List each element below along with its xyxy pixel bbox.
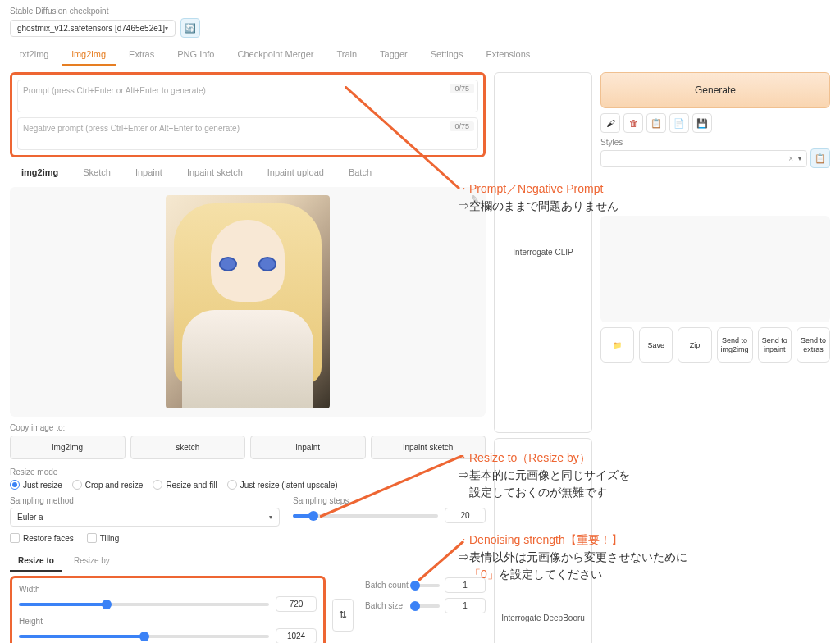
- sub-tab-img2img[interactable]: img2img: [10, 162, 70, 182]
- batch-size-value[interactable]: 1: [445, 598, 486, 613]
- annotation-prompt: ・Prompt／Negative Prompt ⇒空欄のままで問題ありません: [458, 180, 619, 215]
- checkpoint-dropdown[interactable]: ghostmix_v12.safetensors [d7465e52e1] ▾: [10, 20, 176, 37]
- sampling-steps-value[interactable]: 20: [445, 508, 486, 523]
- chevron-down-icon: ▾: [798, 155, 801, 162]
- prompt-section-highlighted: Prompt (press Ctrl+Enter or Alt+Enter to…: [10, 72, 486, 157]
- neg-token-badge: 0/75: [450, 121, 474, 131]
- copy-to-sketch-button[interactable]: sketch: [130, 436, 246, 459]
- height-slider[interactable]: [19, 635, 269, 638]
- resize-mode-label: Resize mode: [10, 467, 486, 477]
- height-label: Height: [19, 617, 317, 626]
- copy-to-inpaint-button[interactable]: inpaint: [250, 436, 366, 459]
- restore-faces-checkbox[interactable]: Restore faces: [10, 533, 74, 543]
- resize-mode-crop-and-resize[interactable]: Crop and resize: [72, 480, 144, 490]
- sub-tab-inpaint[interactable]: Inpaint: [124, 162, 174, 182]
- sub-tab-inpaint-upload[interactable]: Inpaint upload: [256, 162, 336, 182]
- apply-style-button[interactable]: 📋: [810, 148, 830, 168]
- main-tab-checkpoint-merger[interactable]: Checkpoint Merger: [227, 44, 323, 66]
- output-folder-button[interactable]: 📁: [600, 327, 634, 363]
- clear-icon[interactable]: ×: [788, 154, 793, 163]
- batch-count-slider[interactable]: [415, 584, 440, 587]
- batch-count-label: Batch count: [365, 581, 410, 590]
- main-tab-train[interactable]: Train: [326, 44, 367, 66]
- checkpoint-label: Stable Diffusion checkpoint: [10, 7, 830, 16]
- resize-tab-resize-by[interactable]: Resize by: [66, 551, 118, 572]
- resize-section-highlighted: Width 720 Height: [10, 576, 326, 643]
- doc-icon[interactable]: 📄: [669, 113, 689, 133]
- main-tab-extensions[interactable]: Extensions: [476, 44, 540, 66]
- sub-tab-sketch[interactable]: Sketch: [71, 162, 122, 182]
- main-tab-txt2img[interactable]: txt2img: [10, 44, 58, 66]
- copy-to-img2img-button[interactable]: img2img: [10, 436, 126, 459]
- resize-tab-resize-to[interactable]: Resize to: [10, 551, 62, 572]
- main-tabs: txt2imgimg2imgExtrasPNG InfoCheckpoint M…: [0, 44, 840, 66]
- styles-dropdown[interactable]: × ▾: [600, 150, 807, 167]
- clipboard-icon[interactable]: 📋: [646, 113, 666, 133]
- sub-tabs: img2imgSketchInpaintInpaint sketchInpain…: [10, 162, 486, 187]
- sampling-method-dropdown[interactable]: Euler a ▾: [10, 508, 280, 527]
- sampling-steps-slider[interactable]: [293, 514, 438, 518]
- resize-mode-just-resize-latent-upscale-[interactable]: Just resize (latent upscale): [227, 480, 338, 490]
- prompt-input[interactable]: Prompt (press Ctrl+Enter or Alt+Enter to…: [17, 80, 478, 112]
- trash-icon[interactable]: 🗑: [623, 113, 643, 133]
- prompt-placeholder: Prompt (press Ctrl+Enter or Alt+Enter to…: [23, 86, 206, 95]
- sub-tab-batch[interactable]: Batch: [337, 162, 383, 182]
- copy-image-label: Copy image to:: [10, 423, 486, 432]
- width-slider[interactable]: [19, 603, 269, 606]
- annotation-denoise: ・Denoising strength【重要！】 ⇒表情以外は元画像から変更させ…: [458, 531, 687, 583]
- main-tab-extras[interactable]: Extras: [119, 44, 164, 66]
- generate-button[interactable]: Generate: [600, 72, 830, 108]
- resize-mode-just-resize[interactable]: Just resize: [10, 480, 62, 490]
- chevron-down-icon: ▾: [269, 513, 272, 521]
- output-zip-button[interactable]: Zip: [678, 327, 711, 363]
- output-gallery: [600, 216, 830, 322]
- image-drop-area[interactable]: ✎: [10, 187, 486, 417]
- main-tab-img2img[interactable]: img2img: [62, 44, 116, 66]
- output-send-to-inpaint-button[interactable]: Send toinpaint: [758, 327, 792, 363]
- prompt-token-badge: 0/75: [450, 84, 474, 93]
- width-label: Width: [19, 585, 317, 594]
- annotation-resize: ・Resize to（Resize by） ⇒基本的に元画像と同じサイズを 設定…: [458, 449, 630, 501]
- chevron-down-icon: ▾: [165, 25, 168, 32]
- main-tab-png-info[interactable]: PNG Info: [167, 44, 224, 66]
- input-image-preview: [166, 195, 330, 408]
- batch-size-label: Batch size: [365, 601, 410, 610]
- refresh-checkpoint-button[interactable]: 🔄: [180, 18, 200, 38]
- negative-prompt-input[interactable]: Negative prompt (press Ctrl+Enter or Alt…: [17, 117, 478, 150]
- swap-dimensions-button[interactable]: ⇅: [332, 599, 354, 632]
- interrogate-clip-button[interactable]: Interrogate CLIP: [494, 72, 592, 433]
- output-save-button[interactable]: Save: [639, 327, 673, 363]
- batch-size-slider[interactable]: [415, 604, 440, 608]
- paint-icon[interactable]: 🖌: [600, 113, 620, 133]
- main-tab-tagger[interactable]: Tagger: [370, 44, 418, 66]
- output-send-to-extras-button[interactable]: Send toextras: [797, 327, 830, 363]
- sampling-method-label: Sampling method: [10, 496, 280, 505]
- checkpoint-value: ghostmix_v12.safetensors [d7465e52e1]: [17, 24, 165, 33]
- height-value[interactable]: 1024: [276, 628, 317, 643]
- main-tab-settings[interactable]: Settings: [421, 44, 473, 66]
- output-send-to-img2img-button[interactable]: Send toimg2img: [717, 327, 753, 363]
- width-value[interactable]: 720: [276, 596, 317, 612]
- save-icon[interactable]: 💾: [692, 113, 712, 133]
- styles-label: Styles: [600, 138, 830, 147]
- sub-tab-inpaint-sketch[interactable]: Inpaint sketch: [176, 162, 254, 182]
- negative-prompt-placeholder: Negative prompt (press Ctrl+Enter or Alt…: [23, 124, 240, 133]
- resize-mode-resize-and-fill[interactable]: Resize and fill: [153, 480, 217, 490]
- sampling-steps-label: Sampling steps: [293, 496, 486, 505]
- tiling-checkbox[interactable]: Tiling: [87, 533, 120, 543]
